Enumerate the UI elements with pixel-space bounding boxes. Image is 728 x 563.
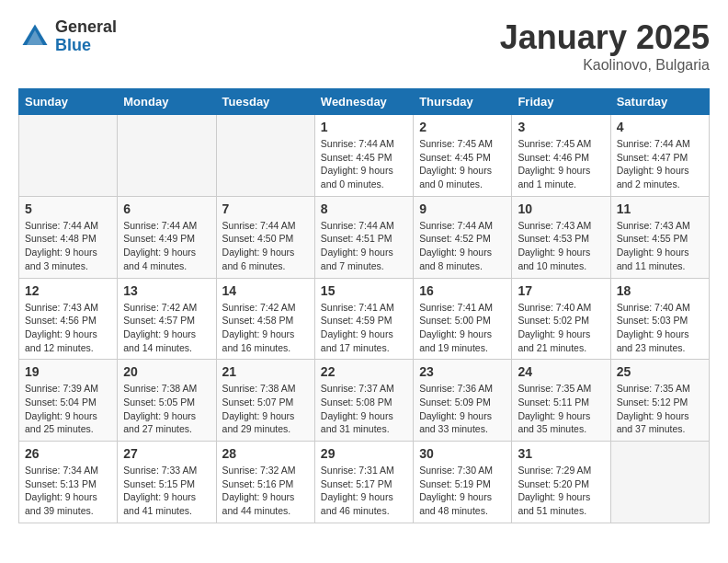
calendar-day-cell: 26Sunrise: 7:34 AMSunset: 5:13 PMDayligh…: [19, 442, 118, 523]
day-number: 4: [617, 120, 703, 134]
calendar-day-cell: 21Sunrise: 7:38 AMSunset: 5:07 PMDayligh…: [216, 360, 314, 442]
logo-general: General: [55, 18, 117, 37]
day-number: 31: [518, 446, 604, 461]
day-info: Sunrise: 7:37 AMSunset: 5:08 PMDaylight:…: [321, 382, 407, 436]
weekday-header-monday: Monday: [118, 89, 216, 115]
day-info: Sunrise: 7:40 AMSunset: 5:02 PMDaylight:…: [518, 301, 604, 355]
day-number: 15: [321, 283, 407, 298]
day-number: 11: [617, 201, 703, 216]
day-number: 2: [419, 120, 506, 134]
month-title: January 2025: [500, 18, 710, 57]
location-subtitle: Kaolinovo, Bulgaria: [500, 57, 710, 74]
calendar-day-cell: 8Sunrise: 7:44 AMSunset: 4:51 PMDaylight…: [314, 196, 413, 278]
day-info: Sunrise: 7:44 AMSunset: 4:49 PMDaylight:…: [123, 219, 210, 273]
day-number: 21: [222, 364, 309, 379]
day-info: Sunrise: 7:42 AMSunset: 4:58 PMDaylight:…: [222, 301, 309, 355]
day-info: Sunrise: 7:29 AMSunset: 5:20 PMDaylight:…: [518, 464, 604, 518]
calendar-day-cell: 23Sunrise: 7:36 AMSunset: 5:09 PMDayligh…: [414, 360, 512, 442]
weekday-header-row: SundayMondayTuesdayWednesdayThursdayFrid…: [19, 89, 710, 115]
weekday-header-thursday: Thursday: [414, 89, 512, 115]
calendar-day-cell: 14Sunrise: 7:42 AMSunset: 4:58 PMDayligh…: [216, 278, 314, 360]
calendar-week-row: 19Sunrise: 7:39 AMSunset: 5:04 PMDayligh…: [19, 360, 710, 442]
day-info: Sunrise: 7:42 AMSunset: 4:57 PMDaylight:…: [123, 301, 210, 355]
day-number: 16: [419, 283, 506, 298]
day-info: Sunrise: 7:44 AMSunset: 4:50 PMDaylight:…: [222, 219, 309, 273]
calendar-day-cell: 29Sunrise: 7:31 AMSunset: 5:17 PMDayligh…: [314, 442, 413, 523]
weekday-header-tuesday: Tuesday: [216, 89, 314, 115]
day-number: 30: [419, 446, 506, 461]
day-info: Sunrise: 7:39 AMSunset: 5:04 PMDaylight:…: [25, 382, 111, 436]
day-info: Sunrise: 7:31 AMSunset: 5:17 PMDaylight:…: [321, 464, 407, 518]
day-info: Sunrise: 7:30 AMSunset: 5:19 PMDaylight:…: [419, 464, 506, 518]
calendar-day-cell: 6Sunrise: 7:44 AMSunset: 4:49 PMDaylight…: [118, 196, 216, 278]
calendar-day-cell: 7Sunrise: 7:44 AMSunset: 4:50 PMDaylight…: [216, 196, 314, 278]
day-number: 18: [617, 283, 703, 298]
day-info: Sunrise: 7:38 AMSunset: 5:05 PMDaylight:…: [123, 382, 210, 436]
calendar-day-cell: 24Sunrise: 7:35 AMSunset: 5:11 PMDayligh…: [512, 360, 610, 442]
day-number: 6: [123, 201, 210, 216]
day-info: Sunrise: 7:44 AMSunset: 4:51 PMDaylight:…: [321, 219, 407, 273]
calendar-day-cell: 30Sunrise: 7:30 AMSunset: 5:19 PMDayligh…: [414, 442, 512, 523]
day-number: 19: [25, 364, 111, 379]
calendar-day-cell: 20Sunrise: 7:38 AMSunset: 5:05 PMDayligh…: [118, 360, 216, 442]
day-info: Sunrise: 7:38 AMSunset: 5:07 PMDaylight:…: [222, 382, 309, 436]
day-number: 10: [518, 201, 604, 216]
calendar-day-cell: 1Sunrise: 7:44 AMSunset: 4:45 PMDaylight…: [314, 115, 413, 197]
calendar-day-cell: 10Sunrise: 7:43 AMSunset: 4:53 PMDayligh…: [512, 196, 610, 278]
day-info: Sunrise: 7:43 AMSunset: 4:53 PMDaylight:…: [518, 219, 604, 273]
day-info: Sunrise: 7:43 AMSunset: 4:55 PMDaylight:…: [617, 219, 703, 273]
calendar-day-cell: 5Sunrise: 7:44 AMSunset: 4:48 PMDaylight…: [19, 196, 118, 278]
calendar-day-cell: [216, 115, 314, 197]
day-number: 1: [321, 120, 407, 134]
calendar-day-cell: [19, 115, 118, 197]
weekday-header-friday: Friday: [512, 89, 610, 115]
day-info: Sunrise: 7:36 AMSunset: 5:09 PMDaylight:…: [419, 382, 506, 436]
day-number: 14: [222, 283, 309, 298]
day-number: 20: [123, 364, 210, 379]
calendar-day-cell: 11Sunrise: 7:43 AMSunset: 4:55 PMDayligh…: [610, 196, 709, 278]
day-number: 7: [222, 201, 309, 216]
logo-icon: [18, 20, 51, 53]
day-number: 22: [321, 364, 407, 379]
calendar-day-cell: 2Sunrise: 7:45 AMSunset: 4:45 PMDaylight…: [414, 115, 512, 197]
day-info: Sunrise: 7:41 AMSunset: 5:00 PMDaylight:…: [419, 301, 506, 355]
calendar-day-cell: 27Sunrise: 7:33 AMSunset: 5:15 PMDayligh…: [118, 442, 216, 523]
logo-blue: Blue: [55, 37, 117, 55]
calendar-week-row: 12Sunrise: 7:43 AMSunset: 4:56 PMDayligh…: [19, 278, 710, 360]
calendar-day-cell: [610, 442, 709, 523]
calendar-day-cell: 31Sunrise: 7:29 AMSunset: 5:20 PMDayligh…: [512, 442, 610, 523]
weekday-header-wednesday: Wednesday: [314, 89, 413, 115]
day-number: 26: [25, 446, 111, 461]
calendar-week-row: 1Sunrise: 7:44 AMSunset: 4:45 PMDaylight…: [19, 115, 710, 197]
day-info: Sunrise: 7:32 AMSunset: 5:16 PMDaylight:…: [222, 464, 309, 518]
day-number: 12: [25, 283, 111, 298]
calendar-day-cell: 22Sunrise: 7:37 AMSunset: 5:08 PMDayligh…: [314, 360, 413, 442]
calendar-day-cell: 18Sunrise: 7:40 AMSunset: 5:03 PMDayligh…: [610, 278, 709, 360]
calendar-day-cell: 25Sunrise: 7:35 AMSunset: 5:12 PMDayligh…: [610, 360, 709, 442]
calendar-day-cell: 4Sunrise: 7:44 AMSunset: 4:47 PMDaylight…: [610, 115, 709, 197]
calendar-day-cell: 15Sunrise: 7:41 AMSunset: 4:59 PMDayligh…: [314, 278, 413, 360]
calendar-day-cell: 17Sunrise: 7:40 AMSunset: 5:02 PMDayligh…: [512, 278, 610, 360]
day-info: Sunrise: 7:44 AMSunset: 4:52 PMDaylight:…: [419, 219, 506, 273]
day-number: 27: [123, 446, 210, 461]
logo: General Blue: [18, 18, 117, 55]
calendar-day-cell: 13Sunrise: 7:42 AMSunset: 4:57 PMDayligh…: [118, 278, 216, 360]
day-info: Sunrise: 7:35 AMSunset: 5:12 PMDaylight:…: [617, 382, 703, 436]
day-number: 5: [25, 201, 111, 216]
calendar-week-row: 26Sunrise: 7:34 AMSunset: 5:13 PMDayligh…: [19, 442, 710, 523]
day-info: Sunrise: 7:35 AMSunset: 5:11 PMDaylight:…: [518, 382, 604, 436]
calendar-day-cell: 12Sunrise: 7:43 AMSunset: 4:56 PMDayligh…: [19, 278, 118, 360]
day-info: Sunrise: 7:44 AMSunset: 4:48 PMDaylight:…: [25, 219, 111, 273]
title-block: January 2025 Kaolinovo, Bulgaria: [500, 18, 710, 74]
day-number: 9: [419, 201, 506, 216]
day-info: Sunrise: 7:45 AMSunset: 4:45 PMDaylight:…: [419, 137, 506, 191]
weekday-header-saturday: Saturday: [610, 89, 709, 115]
day-info: Sunrise: 7:40 AMSunset: 5:03 PMDaylight:…: [617, 301, 703, 355]
calendar-day-cell: 16Sunrise: 7:41 AMSunset: 5:00 PMDayligh…: [414, 278, 512, 360]
calendar-table: SundayMondayTuesdayWednesdayThursdayFrid…: [18, 88, 710, 523]
logo-text: General Blue: [55, 18, 117, 55]
day-info: Sunrise: 7:43 AMSunset: 4:56 PMDaylight:…: [25, 301, 111, 355]
calendar-day-cell: [118, 115, 216, 197]
day-info: Sunrise: 7:45 AMSunset: 4:46 PMDaylight:…: [518, 137, 604, 191]
calendar-day-cell: 28Sunrise: 7:32 AMSunset: 5:16 PMDayligh…: [216, 442, 314, 523]
